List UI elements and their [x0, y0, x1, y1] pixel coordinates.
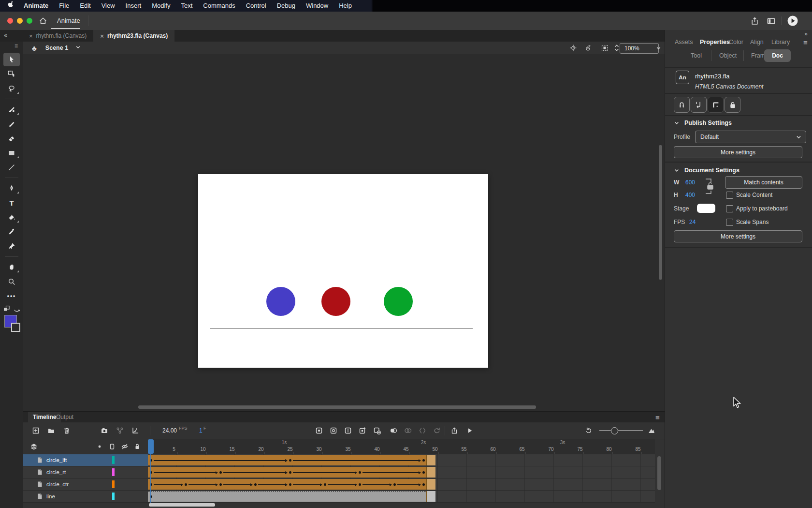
- keyframe-dot[interactable]: [289, 459, 291, 462]
- menu-item-edit[interactable]: Edit: [74, 0, 96, 12]
- reset-timeline-zoom-icon[interactable]: [585, 427, 593, 434]
- visibility-dot-icon[interactable]: [96, 443, 103, 450]
- layer-row-circle_rt[interactable]: circle_rt: [23, 466, 148, 478]
- document-more-settings-button[interactable]: More settings: [674, 230, 802, 242]
- clip-content-icon[interactable]: [601, 44, 609, 52]
- magnet-snap-icon[interactable]: [674, 97, 690, 113]
- frame-ruler[interactable]: 5101520253035404550556065707580851s2s3s: [148, 439, 655, 455]
- link-wh-icon[interactable]: [704, 177, 715, 197]
- doc-tab-active[interactable]: ×rhythm23.fla (Canvas): [93, 30, 174, 42]
- menu-item-window[interactable]: Window: [301, 0, 334, 12]
- zoom-level-dropdown[interactable]: 100%: [620, 43, 659, 54]
- delete-layer-icon[interactable]: [63, 427, 71, 434]
- swap-colors-icon[interactable]: [3, 305, 11, 314]
- workspace-icon[interactable]: [767, 16, 776, 27]
- timeline-zoom-slider[interactable]: [599, 430, 643, 431]
- height-value[interactable]: 400: [685, 192, 695, 198]
- stroke-color-swatch[interactable]: [11, 323, 20, 332]
- tool-eraser[interactable]: [0, 131, 23, 146]
- tool-paint-bucket[interactable]: [0, 210, 23, 224]
- zoom-dropdown-chevron-icon[interactable]: [655, 45, 663, 53]
- menu-item-animate[interactable]: Animate: [18, 0, 54, 12]
- keyframe-dot[interactable]: [289, 483, 291, 486]
- menu-item-modify[interactable]: Modify: [146, 0, 175, 12]
- timeline-menu-icon[interactable]: ≡: [655, 413, 660, 421]
- timeline-vscrollbar[interactable]: [657, 456, 661, 490]
- graph-editor-icon[interactable]: [131, 427, 139, 434]
- playhead[interactable]: [148, 439, 154, 454]
- tool-asset-warp[interactable]: [0, 239, 23, 254]
- frame-span-line[interactable]: [148, 491, 426, 502]
- keyframe-dot[interactable]: [359, 483, 361, 486]
- panel-expand-icon[interactable]: »: [804, 30, 808, 37]
- tool-text[interactable]: T: [0, 195, 23, 210]
- canvas-hscrollbar[interactable]: [138, 405, 536, 409]
- lock-all-icon[interactable]: [133, 443, 141, 450]
- tool-pen[interactable]: [0, 181, 23, 195]
- tool-rectangle[interactable]: [0, 146, 23, 160]
- close-tab-icon[interactable]: ×: [29, 32, 33, 40]
- hide-all-icon[interactable]: [121, 443, 129, 450]
- current-frame-display[interactable]: 1: [199, 427, 203, 434]
- profile-dropdown[interactable]: Default: [695, 131, 806, 143]
- toolbar-menu-icon[interactable]: ≡: [14, 43, 18, 49]
- onion-skin-outline-icon[interactable]: [404, 427, 412, 434]
- tool-lasso[interactable]: [0, 81, 23, 96]
- stage-color-swatch[interactable]: [697, 204, 715, 213]
- checkbox-scale-spans[interactable]: [726, 219, 733, 226]
- keyframe-dot[interactable]: [422, 483, 425, 486]
- tool-more-tools[interactable]: •••: [0, 289, 23, 303]
- minimize-window-button[interactable]: [17, 18, 23, 24]
- stage-line[interactable]: [210, 329, 473, 329]
- width-value[interactable]: 600: [685, 179, 695, 186]
- ruler-corner-icon[interactable]: [708, 97, 724, 113]
- stage-circle-2[interactable]: [384, 287, 413, 316]
- keyframe-dot[interactable]: [359, 471, 361, 474]
- zoom-window-button[interactable]: [27, 18, 32, 24]
- panel-tab-assets[interactable]: Assets: [675, 39, 693, 45]
- apple-icon[interactable]: [0, 0, 18, 12]
- camera-icon[interactable]: [101, 427, 108, 434]
- keyframe-dot[interactable]: [289, 471, 291, 474]
- snap-align-icon[interactable]: [691, 97, 707, 113]
- doc-tab-inactive[interactable]: ×rhythm.fla (Canvas): [22, 30, 93, 42]
- fps-value[interactable]: 24: [689, 219, 696, 225]
- lock-icon[interactable]: [725, 97, 740, 113]
- menu-item-text[interactable]: Text: [175, 0, 198, 12]
- stage-circle-0[interactable]: [266, 287, 295, 316]
- new-layer-icon[interactable]: [32, 427, 40, 434]
- match-contents-button[interactable]: Match contents: [725, 176, 802, 189]
- scene-chevron-icon[interactable]: [75, 44, 81, 52]
- play-icon[interactable]: [466, 427, 474, 434]
- edit-multiple-frames-icon[interactable]: [419, 427, 426, 434]
- keyframe-dot[interactable]: [422, 471, 425, 474]
- subtab-doc[interactable]: Doc: [764, 49, 791, 62]
- onion-skin-icon[interactable]: [390, 427, 397, 434]
- menu-item-view[interactable]: View: [96, 0, 120, 12]
- pasteboard[interactable]: [23, 54, 665, 411]
- tool-selection[interactable]: [0, 52, 23, 67]
- subtab-tool[interactable]: Tool: [691, 52, 702, 59]
- new-folder-icon[interactable]: [47, 427, 55, 434]
- remove-frames-icon[interactable]: [373, 427, 381, 434]
- menu-item-insert[interactable]: Insert: [120, 0, 147, 12]
- panel-tab-library[interactable]: Library: [771, 39, 790, 45]
- panel-tab-align[interactable]: Align: [750, 39, 764, 45]
- export-timeline-icon[interactable]: [450, 427, 458, 434]
- home-tab-animate[interactable]: Animate: [50, 12, 87, 30]
- layer-row-circle_ctr[interactable]: circle_ctr: [23, 478, 148, 491]
- keyframe-dot[interactable]: [254, 483, 257, 486]
- auto-keyframe-icon[interactable]: [359, 427, 366, 434]
- loop-icon[interactable]: [433, 427, 441, 434]
- layer-row-line[interactable]: line: [23, 491, 148, 503]
- resize-timeline-view-icon[interactable]: [648, 427, 655, 434]
- menu-item-debug[interactable]: Debug: [272, 0, 301, 12]
- scene-breadcrumb[interactable]: Scene 1: [45, 45, 68, 51]
- panel-tab-properties[interactable]: Properties: [700, 39, 730, 45]
- keyframe-dot[interactable]: [219, 483, 222, 486]
- keyframe-dot[interactable]: [422, 459, 425, 462]
- keyframe-dot[interactable]: [393, 483, 396, 486]
- layer-row-circle_lft[interactable]: circle_lft: [23, 454, 148, 466]
- menu-item-control[interactable]: Control: [241, 0, 272, 12]
- docsettings-collapse-icon[interactable]: [674, 167, 680, 175]
